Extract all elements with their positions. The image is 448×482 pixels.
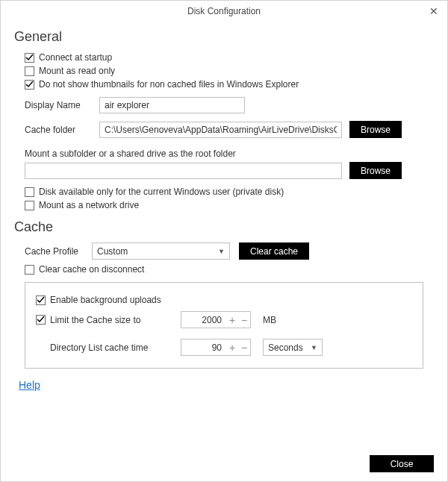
mount-subfolder-browse-button[interactable]: Browse [349,162,402,179]
cache-folder-browse-button[interactable]: Browse [349,121,402,138]
mount-subfolder-input[interactable] [25,163,342,179]
no-thumbnails-label: Do not show thumbnails for non cached fi… [39,79,299,90]
cache-profile-select[interactable]: Custom ▼ [92,242,230,260]
plus-icon[interactable]: + [226,315,238,325]
mount-read-only-label: Mount as read only [39,66,115,76]
cache-profile-value: Custom [97,246,128,257]
no-thumbnails-checkbox[interactable] [25,80,34,90]
enable-bg-uploads-checkbox[interactable] [36,295,46,305]
private-disk-label: Disk available only for the current Wind… [39,187,284,197]
display-name-input[interactable] [99,97,245,113]
mount-subfolder-label: Mount a subfolder or a shared drive as t… [25,148,434,159]
dir-list-time-input[interactable]: + − [181,339,251,356]
mount-read-only-checkbox[interactable] [25,66,34,76]
chevron-down-icon: ▼ [311,344,317,351]
limit-cache-size-input[interactable]: + − [181,311,251,328]
display-name-label: Display Name [25,100,99,110]
limit-cache-size-checkbox[interactable] [36,315,46,325]
dir-list-time-value[interactable] [181,342,226,354]
dir-list-time-unit-value: Seconds [268,342,303,353]
chevron-down-icon: ▼ [218,248,225,255]
window-title: Disk Configuration [187,6,261,16]
private-disk-checkbox[interactable] [25,187,34,197]
dir-list-time-unit-select[interactable]: Seconds ▼ [263,339,323,356]
network-drive-checkbox[interactable] [25,201,34,210]
cache-folder-label: Cache folder [25,125,99,135]
clear-on-disconnect-checkbox[interactable] [25,265,34,275]
minus-icon[interactable]: − [238,342,250,353]
clear-on-disconnect-label: Clear cache on disconnect [39,264,144,275]
close-button[interactable]: Close [370,455,434,472]
connect-at-startup-label: Connect at startup [39,52,112,63]
section-general-header: General [14,29,434,45]
cache-profile-label: Cache Profile [25,246,92,257]
limit-cache-size-value[interactable] [181,314,226,326]
network-drive-label: Mount as a network drive [39,200,139,210]
connect-at-startup-checkbox[interactable] [25,53,34,63]
limit-cache-size-label: Limit the Cache size to [50,315,181,325]
cache-settings-box: Enable background uploads Limit the Cach… [25,282,423,369]
clear-cache-button[interactable]: Clear cache [239,242,309,260]
enable-bg-uploads-label: Enable background uploads [50,295,161,305]
plus-icon[interactable]: + [226,342,238,353]
dir-list-time-label: Directory List cache time [50,342,181,353]
minus-icon[interactable]: − [238,315,250,325]
cache-folder-input[interactable] [99,122,342,138]
limit-cache-size-unit: MB [263,315,276,325]
help-link[interactable]: Help [19,379,40,391]
titlebar: Disk Configuration ✕ [1,1,447,22]
close-icon[interactable]: ✕ [426,1,441,22]
section-cache-header: Cache [14,219,434,235]
